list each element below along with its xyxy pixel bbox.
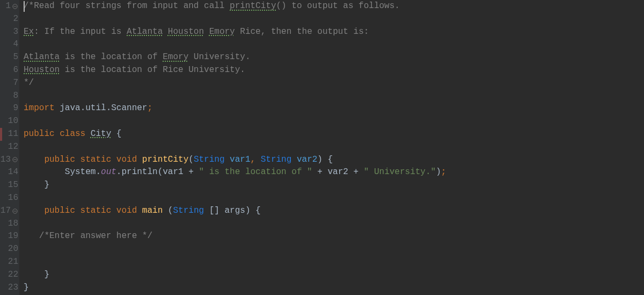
code-line[interactable]: public static void printCity(String var1… xyxy=(24,154,644,167)
code-line[interactable] xyxy=(24,218,644,231)
line-number: 1 xyxy=(5,0,11,13)
token: ) xyxy=(436,167,441,177)
token: Atlanta xyxy=(127,27,163,37)
token: String xyxy=(173,206,209,215)
gutter-line[interactable]: 7 xyxy=(0,77,19,90)
fold-minus-icon[interactable] xyxy=(12,156,18,163)
token: + var2 + xyxy=(312,167,364,177)
token: public static void xyxy=(44,155,142,164)
line-number: 3 xyxy=(13,26,18,39)
gutter-line[interactable]: 23 xyxy=(0,282,19,294)
code-line[interactable] xyxy=(24,115,644,128)
token: " University." xyxy=(364,167,436,177)
gutter-line[interactable]: 10 xyxy=(0,115,19,128)
gutter-line[interactable]: 13 xyxy=(0,154,19,167)
token: [] args) { xyxy=(209,206,261,215)
code-line[interactable] xyxy=(24,141,644,154)
code-line[interactable]: import java.util.Scanner; xyxy=(24,102,644,115)
code-area[interactable]: /*Read four strings from input and call … xyxy=(19,0,644,295)
token: main xyxy=(142,206,168,215)
indent xyxy=(24,167,65,177)
code-line[interactable]: Houston is the location of Rice Universi… xyxy=(24,64,644,77)
gutter-line[interactable]: 9 xyxy=(0,102,19,115)
line-number: 16 xyxy=(8,192,18,205)
code-line[interactable] xyxy=(24,90,644,103)
code-line[interactable] xyxy=(24,13,644,26)
code-line[interactable]: System.out.println(var1 + " is the locat… xyxy=(24,166,644,179)
fold-minus-icon[interactable] xyxy=(12,3,18,10)
gutter-line[interactable]: 11 xyxy=(0,128,19,141)
line-number: 22 xyxy=(8,269,18,282)
line-number: 14 xyxy=(8,166,18,179)
gutter-line[interactable]: 14 xyxy=(0,166,19,179)
indent xyxy=(24,180,44,190)
token: is the location of xyxy=(60,52,163,62)
gutter-line[interactable]: 3 xyxy=(0,26,19,39)
token: is the location of Rice University. xyxy=(60,65,245,75)
code-line[interactable]: } xyxy=(24,282,644,294)
gutter-line[interactable]: 8 xyxy=(0,90,19,103)
token: String xyxy=(261,155,297,164)
line-number: 2 xyxy=(13,13,18,26)
code-line[interactable]: /*Enter answer here */ xyxy=(24,230,644,243)
token: Houston xyxy=(24,65,60,75)
gutter-line[interactable]: 12 xyxy=(0,141,19,154)
token: , xyxy=(251,155,261,164)
code-line[interactable] xyxy=(24,243,644,256)
token: City xyxy=(91,129,111,139)
code-line[interactable]: public class City { xyxy=(24,128,644,141)
code-line[interactable]: Ex: If the input is Atlanta Houston Emor… xyxy=(24,26,644,39)
gutter-line[interactable]: 17 xyxy=(0,205,19,218)
gutter-line[interactable]: 20 xyxy=(0,243,19,256)
code-line[interactable]: } xyxy=(24,179,644,192)
token: Read four strings from input and call xyxy=(34,1,230,11)
code-line[interactable]: */ xyxy=(24,77,644,90)
token: public class xyxy=(24,129,91,139)
line-number: 20 xyxy=(8,243,18,256)
gutter-line[interactable]: 6 xyxy=(0,64,19,77)
gutter-line[interactable]: 2 xyxy=(0,13,19,26)
line-number: 17 xyxy=(1,205,11,218)
token: University. xyxy=(188,52,250,62)
code-line[interactable] xyxy=(24,38,644,51)
line-number: 11 xyxy=(8,128,18,141)
token: } xyxy=(44,270,49,279)
change-marker xyxy=(0,128,2,141)
line-number: 8 xyxy=(13,90,18,103)
token xyxy=(163,27,168,37)
code-line[interactable]: } xyxy=(24,269,644,282)
token: System. xyxy=(65,167,101,177)
code-line[interactable]: /*Read four strings from input and call … xyxy=(24,0,644,13)
token: : If the input is xyxy=(34,27,127,37)
indent xyxy=(24,155,44,164)
gutter-line[interactable]: 5 xyxy=(0,51,19,64)
fold-minus-icon[interactable] xyxy=(12,208,18,214)
code-line[interactable] xyxy=(24,256,644,269)
token: Emory xyxy=(163,52,188,62)
token: Emory xyxy=(209,27,235,37)
gutter-line[interactable]: 15 xyxy=(0,179,19,192)
gutter-line[interactable]: 1 xyxy=(0,0,19,13)
token: var2 xyxy=(297,155,317,164)
gutter-line[interactable]: 4 xyxy=(0,38,19,51)
line-number: 13 xyxy=(1,154,11,167)
line-number: 21 xyxy=(8,256,18,269)
code-line[interactable]: public static void main (String [] args)… xyxy=(24,205,644,218)
token: ; xyxy=(441,167,447,177)
code-line[interactable]: Atlanta is the location of Emory Univers… xyxy=(24,51,644,64)
token: var1 xyxy=(230,155,250,164)
gutter-line[interactable]: 18 xyxy=(0,218,19,231)
token: Houston xyxy=(168,27,204,37)
token: Ex xyxy=(24,27,34,37)
gutter-line[interactable]: 21 xyxy=(0,256,19,269)
gutter-line[interactable]: 16 xyxy=(0,192,19,205)
line-number: 15 xyxy=(8,179,18,192)
token: } xyxy=(44,180,49,190)
token: String xyxy=(194,155,230,164)
gutter-line[interactable]: 22 xyxy=(0,269,19,282)
gutter-line[interactable]: 19 xyxy=(0,230,19,243)
code-line[interactable] xyxy=(24,192,644,205)
line-number: 6 xyxy=(13,64,18,77)
gutter: 1234567891011121314151617181920212223 xyxy=(0,0,19,295)
line-number: 5 xyxy=(13,51,18,64)
